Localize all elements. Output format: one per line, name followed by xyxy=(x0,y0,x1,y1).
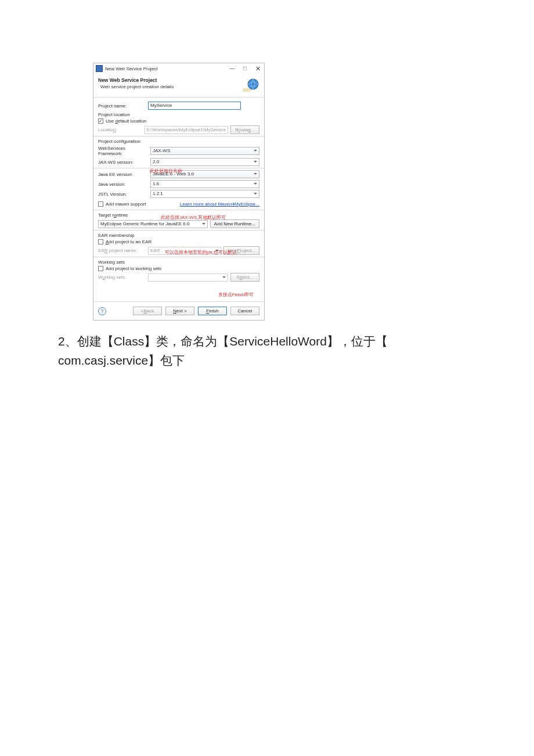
close-button[interactable]: ✕ xyxy=(251,65,264,73)
annotation-project-name: 此处是项目名称 xyxy=(150,168,182,174)
minimize-button[interactable]: — xyxy=(226,66,239,71)
annotation-java-version: 可以选择本地安装的jdk,也可以默认 xyxy=(165,249,237,255)
jstl-version-label: JSTL Version: xyxy=(98,192,150,197)
next-button[interactable]: Next > xyxy=(165,307,194,315)
new-web-service-project-dialog: New Web Service Project — □ ✕ New Web Se… xyxy=(93,63,265,321)
add-new-runtime-button[interactable]: Add New Runtime... xyxy=(210,219,259,228)
browse-button: Browse... xyxy=(230,125,259,134)
working-sets-label: Working sets: xyxy=(98,275,148,280)
maximize-button[interactable]: □ xyxy=(239,66,251,71)
add-to-workingset-label: Add project to working sets xyxy=(106,266,161,271)
location-input: E:\Workspaces\MyEclipse1\MyService xyxy=(145,126,228,134)
cancel-button[interactable]: Cancel xyxy=(230,307,259,315)
ws-framework-combo[interactable]: JAX-WS xyxy=(150,147,259,155)
globe-icon xyxy=(242,77,259,92)
document-body-text: 2、创建【Class】类，命名为【ServiceHelloWord】，位于【 c… xyxy=(0,321,534,370)
project-name-row: Project name: MyService xyxy=(98,102,259,110)
jaxws-version-combo[interactable]: 2.0 xyxy=(150,158,259,166)
select-workingset-button: Select... xyxy=(230,273,259,282)
add-to-ear-checkbox[interactable]: Add project to an EAR xyxy=(98,239,259,244)
add-to-workingset-checkbox[interactable]: Add project to working sets xyxy=(98,266,259,271)
working-sets-combo xyxy=(148,273,228,282)
dialog-header: New Web Service Project Web service proj… xyxy=(93,74,264,98)
project-name-label: Project name: xyxy=(98,103,148,109)
header-subtitle: Web service project creation details xyxy=(98,84,242,89)
use-default-location-label: Use default location xyxy=(106,118,146,124)
annotation-framework: 此处选择JAX-WS,其他默认即可 xyxy=(161,214,226,221)
target-runtime-combo[interactable]: MyEclipse Generic Runtime for JavaEE 6.0 xyxy=(98,220,208,228)
ear-project-name-label: EAR project name: xyxy=(98,248,148,253)
checkbox-icon xyxy=(98,118,103,124)
use-default-location-checkbox[interactable]: Use default location xyxy=(98,118,259,124)
finish-button[interactable]: Finish xyxy=(198,307,227,315)
add-maven-label: Add maven support xyxy=(106,201,146,207)
ws-framework-label: WebServices Framework: xyxy=(98,146,150,156)
svg-point-0 xyxy=(248,79,258,89)
finish-annotation: 直接点Finish即可 xyxy=(98,283,259,300)
jstl-version-combo[interactable]: 1.2.1 xyxy=(150,190,259,198)
ear-membership-section: EAR membership xyxy=(98,233,259,238)
app-icon xyxy=(96,65,103,72)
dialog-footer: ? < Back Next > Finish Cancel xyxy=(93,301,264,320)
header-title: New Web Service Project xyxy=(98,77,242,83)
jaxws-version-label: JAX-WS version: xyxy=(98,160,150,165)
working-sets-section: Working sets xyxy=(98,260,259,265)
maven-info-link[interactable]: Learn more about Maven4MyEclipse... xyxy=(180,201,259,207)
project-location-section: Project location xyxy=(98,112,259,117)
add-maven-checkbox[interactable]: Add maven support xyxy=(98,201,146,207)
title-bar: New Web Service Project — □ ✕ xyxy=(93,63,264,74)
help-button[interactable]: ? xyxy=(98,307,106,315)
javaee-version-label: Java EE version: xyxy=(98,172,150,177)
back-button: < Back xyxy=(133,307,162,315)
checkbox-icon xyxy=(98,201,103,207)
project-configuration-section: Project configuration xyxy=(98,139,259,144)
java-version-label: Java version: xyxy=(98,182,150,187)
project-name-input[interactable]: MyService xyxy=(148,102,241,110)
checkbox-icon xyxy=(98,239,103,244)
java-version-combo[interactable]: 1.6 xyxy=(150,180,259,188)
add-to-ear-label: Add project to an EAR xyxy=(106,239,151,244)
title-bar-text: New Web Service Project xyxy=(105,66,158,71)
location-label: Location: xyxy=(98,127,145,132)
checkbox-icon xyxy=(98,266,103,271)
